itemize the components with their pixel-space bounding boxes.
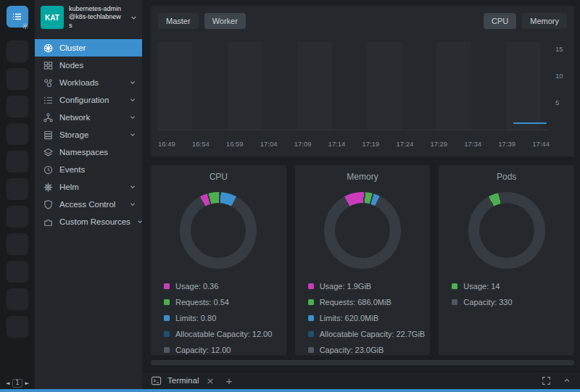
chevron-down-icon[interactable]: [130, 14, 138, 22]
legend-item: Usage: 1.9GiB: [308, 278, 431, 294]
cluster-menu-icon: [12, 11, 23, 22]
metrics-toolbar: Master Worker CPU Memory: [158, 13, 567, 29]
network-icon: [43, 112, 54, 123]
chevron-down-icon[interactable]: [129, 201, 136, 208]
hotbar-gear-icon[interactable]: [22, 22, 29, 30]
chevron-down-icon[interactable]: [129, 183, 136, 191]
bottom-dock: Terminal × +: [142, 371, 580, 389]
x-tick: 17:14: [328, 140, 346, 148]
x-tick: 17:19: [362, 140, 380, 148]
metric-tab-memory[interactable]: Memory: [522, 13, 567, 29]
pager-prev-icon[interactable]: ◄: [6, 380, 9, 386]
legend-label: Limits: 0.80: [175, 314, 216, 322]
legend-label: Requests: 686.0MiB: [320, 298, 392, 306]
shield-icon: [43, 199, 54, 210]
x-tick: 17:29: [430, 140, 447, 148]
clock-icon: [43, 164, 54, 175]
cpu-donut-chart: [180, 192, 257, 269]
legend-label: Requests: 0.54: [175, 298, 229, 306]
cpu-legend: Usage: 0.36 Requests: 0.54 Limits: 0.80 …: [164, 278, 286, 358]
legend-item: Usage: 0.36: [164, 278, 286, 294]
chevron-down-icon[interactable]: [129, 79, 136, 86]
node-filter-worker-button[interactable]: Worker: [204, 13, 246, 29]
legend-item: Requests: 0.54: [164, 294, 286, 310]
close-icon[interactable]: ×: [206, 376, 214, 385]
add-tab-icon[interactable]: +: [225, 375, 232, 386]
x-tick: 16:54: [192, 140, 210, 148]
metric-tab-cpu[interactable]: CPU: [484, 13, 516, 29]
chevron-down-icon[interactable]: [129, 96, 136, 104]
expand-fullscreen-icon[interactable]: [542, 376, 551, 385]
card-title: Memory: [295, 172, 431, 182]
cluster-avatar: KAT: [41, 6, 64, 29]
x-tick: 17:09: [294, 140, 312, 148]
chevron-down-icon[interactable]: [129, 114, 136, 121]
hotbar-slot[interactable]: [7, 41, 28, 62]
hotbar-slot[interactable]: [7, 233, 28, 255]
layers-icon: [43, 147, 54, 158]
x-tick: 17:39: [498, 140, 515, 148]
sidebar-item-events[interactable]: Events: [35, 161, 142, 178]
chevron-down-icon[interactable]: [129, 131, 136, 138]
hotbar-slot[interactable]: [7, 123, 28, 145]
x-tick: 17:24: [396, 140, 413, 148]
pods-card: Pods Usage: 14 Capacity: 330: [439, 165, 574, 355]
pager-next-icon[interactable]: ►: [25, 380, 29, 386]
sidebar-item-label: Configuration: [59, 96, 109, 104]
sidebar-item-label: Custom Resources: [59, 217, 130, 226]
node-filter-master-button[interactable]: Master: [158, 13, 199, 29]
hotbar-slot[interactable]: [7, 178, 28, 200]
x-tick: 17:44: [532, 140, 550, 148]
sidebar-item-namespaces[interactable]: Namespaces: [35, 143, 142, 161]
pager-page-number: 1: [12, 379, 22, 388]
sidebar-item-label: Nodes: [59, 61, 83, 70]
terminal-tab-label[interactable]: Terminal: [167, 376, 199, 385]
hotbar-slot[interactable]: [7, 68, 28, 90]
horizontal-scrollbar[interactable]: [151, 360, 574, 365]
legend-swatch: [164, 299, 170, 305]
cpu-usage-series-line: [513, 122, 547, 124]
hotbar-slot[interactable]: [7, 288, 28, 310]
hotbar-slot[interactable]: [7, 96, 28, 117]
legend-swatch: [164, 347, 170, 353]
sidebar-item-label: Network: [59, 113, 90, 122]
hotbar-slot[interactable]: [7, 261, 28, 283]
sidebar-item-access-control[interactable]: Access Control: [35, 196, 142, 213]
hotbar-slot[interactable]: [7, 151, 28, 172]
sidebar-item-network[interactable]: Network: [35, 109, 142, 126]
legend-item: Limits: 620.0MiB: [308, 310, 431, 326]
puzzle-icon: [43, 217, 54, 228]
cluster-switcher[interactable]: KAT kubernetes-admin@k8s-techlabnews: [35, 0, 142, 35]
legend-item: Capacity: 12.00: [164, 342, 286, 358]
legend-swatch: [308, 283, 314, 289]
sidebar-item-nodes[interactable]: Nodes: [35, 57, 142, 74]
pods-legend: Usage: 14 Capacity: 330: [452, 278, 574, 310]
nodes-grid-icon: [43, 60, 54, 71]
sidebar-item-helm[interactable]: Helm: [35, 178, 142, 196]
legend-label: Usage: 0.36: [175, 282, 218, 291]
workloads-icon: [43, 78, 54, 88]
legend-item: Capacity: 23.0GiB: [308, 342, 431, 358]
hotbar-slot[interactable]: [7, 316, 28, 338]
chart-x-axis: 16:49 16:54 16:59 17:04 17:09 17:14 17:1…: [158, 140, 550, 148]
y-tick: 5: [555, 99, 559, 107]
legend-swatch: [164, 315, 170, 321]
sidebar-item-custom-resources[interactable]: Custom Resources: [35, 213, 142, 230]
legend-label: Allocatable Capacity: 12.00: [175, 330, 272, 338]
legend-label: Capacity: 330: [463, 298, 512, 306]
legend-label: Allocatable Capacity: 22.7GiB: [320, 330, 426, 338]
sidebar-item-cluster[interactable]: Cluster: [35, 39, 142, 57]
sidebar-item-configuration[interactable]: Configuration: [35, 91, 142, 109]
status-bar: [0, 389, 580, 392]
sidebar: KAT kubernetes-admin@k8s-techlabnews Clu…: [35, 0, 142, 389]
chevron-up-icon[interactable]: [563, 376, 571, 385]
dock-controls: [542, 376, 571, 385]
cpu-card: CPU Usage: 0.36 Requests: 0.54 Limits: 0…: [151, 165, 286, 355]
hotbar-slot[interactable]: [7, 206, 28, 228]
sidebar-item-workloads[interactable]: Workloads: [35, 74, 142, 91]
sidebar-menu: Cluster Nodes Workloads: [35, 39, 142, 230]
legend-label: Usage: 1.9GiB: [320, 282, 372, 291]
sidebar-item-storage[interactable]: Storage: [35, 126, 142, 143]
legend-item: Allocatable Capacity: 22.7GiB: [308, 326, 431, 342]
x-tick: 16:49: [158, 140, 175, 148]
